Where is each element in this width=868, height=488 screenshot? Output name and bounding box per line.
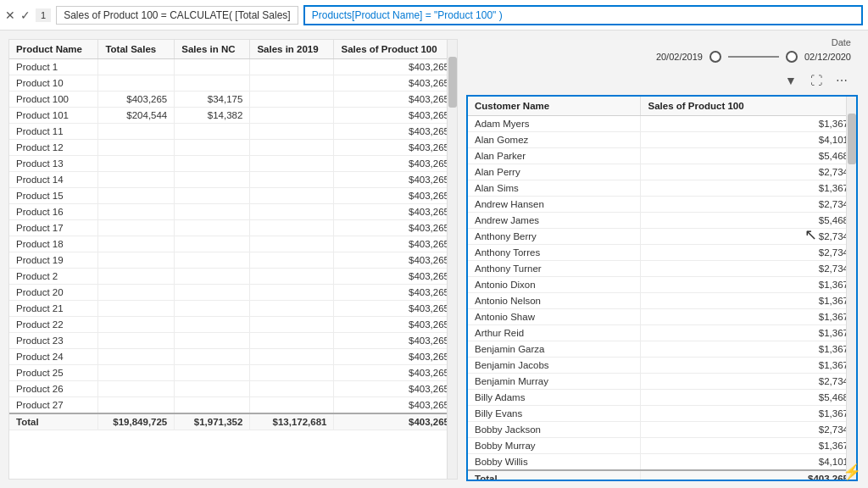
product-cell bbox=[175, 140, 250, 156]
col-sales-2019: Sales in 2019 bbox=[250, 40, 334, 59]
product-cell: $403,265 bbox=[98, 92, 175, 108]
product-cell: $403,265 bbox=[334, 365, 457, 381]
close-icon[interactable]: ✕ bbox=[5, 8, 15, 22]
product-cell: Product 18 bbox=[9, 236, 98, 252]
customer-table-row: Antonio Nelson$1,367 bbox=[468, 293, 856, 309]
customer-cell: Bobby Jackson bbox=[468, 422, 641, 438]
main-content: Product Name Total Sales Sales in NC Sal… bbox=[0, 30, 868, 488]
filter-icon[interactable]: ▼ bbox=[782, 71, 800, 90]
product-cell: $403,265 bbox=[334, 285, 457, 301]
product-cell: Product 25 bbox=[9, 365, 98, 381]
customer-cell: Anthony Turner bbox=[468, 261, 641, 277]
product-cell bbox=[98, 172, 175, 188]
product-cell: Product 24 bbox=[9, 349, 98, 365]
product-cell bbox=[250, 108, 334, 124]
formula-filter[interactable]: Products[Product Name] = "Product 100" ) bbox=[303, 5, 863, 25]
customer-cell: $1,367 bbox=[641, 116, 856, 132]
product-cell: Product 10 bbox=[9, 75, 98, 92]
customer-cell: Antonio Nelson bbox=[468, 293, 641, 309]
product-cell: Product 13 bbox=[9, 156, 98, 172]
customer-table-row: Benjamin Murray$2,734 bbox=[468, 374, 856, 390]
product-cell bbox=[98, 75, 175, 92]
customer-cell: Andrew Hansen bbox=[468, 197, 641, 213]
customer-cell: $1,367 bbox=[641, 358, 856, 374]
customer-cell: $2,734 bbox=[641, 197, 856, 213]
date-start-circle[interactable] bbox=[709, 51, 721, 63]
product-cell bbox=[98, 285, 175, 301]
product-table-row: Product 13$403,265 bbox=[9, 156, 457, 172]
right-scrollbar[interactable] bbox=[846, 97, 856, 480]
product-cell bbox=[250, 204, 334, 220]
left-panel: Product Name Total Sales Sales in NC Sal… bbox=[8, 39, 458, 480]
product-table-row: Product 21$403,265 bbox=[9, 301, 457, 317]
product-cell bbox=[250, 59, 334, 75]
left-scroll-thumb[interactable] bbox=[448, 57, 457, 108]
customer-cell: Adam Myers bbox=[468, 116, 641, 132]
product-table-row: Product 16$403,265 bbox=[9, 204, 457, 220]
product-table-row: Product 25$403,265 bbox=[9, 365, 457, 381]
customer-table-footer-row: Total$403,265 bbox=[468, 470, 856, 481]
customer-cell: $4,101 bbox=[641, 454, 856, 471]
customer-table-row: Bobby Willis$4,101 bbox=[468, 454, 856, 471]
product-cell: $403,265 bbox=[334, 204, 457, 220]
product-cell bbox=[175, 269, 250, 285]
formula-expression[interactable]: Sales of Product 100 = CALCULATE( [Total… bbox=[56, 6, 298, 25]
customer-cell: Alan Perry bbox=[468, 164, 641, 180]
product-cell bbox=[98, 317, 175, 333]
product-table-row: Product 12$403,265 bbox=[9, 140, 457, 156]
product-cell bbox=[250, 317, 334, 333]
customer-table-row: Alan Gomez$4,101 bbox=[468, 132, 856, 148]
date-end: 02/12/2020 bbox=[804, 52, 851, 62]
product-cell: $14,382 bbox=[175, 108, 250, 124]
expand-icon[interactable]: ⛶ bbox=[807, 71, 826, 90]
left-scrollbar[interactable] bbox=[447, 40, 457, 479]
date-label: Date bbox=[832, 37, 851, 47]
product-cell: $403,265 bbox=[334, 124, 457, 140]
product-cell bbox=[250, 156, 334, 172]
product-footer-cell: $1,971,352 bbox=[175, 413, 250, 430]
customer-table-row: Billy Evans$1,367 bbox=[468, 406, 856, 422]
product-cell bbox=[250, 124, 334, 140]
product-cell: $403,265 bbox=[334, 172, 457, 188]
product-cell: Product 11 bbox=[9, 124, 98, 140]
product-cell: $403,265 bbox=[334, 381, 457, 397]
product-cell: $34,175 bbox=[175, 92, 250, 108]
product-cell: Product 15 bbox=[9, 188, 98, 204]
product-table-row: Product 15$403,265 bbox=[9, 188, 457, 204]
more-icon[interactable]: ⋯ bbox=[832, 71, 851, 90]
product-cell bbox=[175, 156, 250, 172]
product-cell: $403,265 bbox=[334, 269, 457, 285]
date-range-row: 20/02/2019 02/12/2020 bbox=[656, 51, 851, 63]
product-table-row: Product 26$403,265 bbox=[9, 381, 457, 397]
product-cell: $403,265 bbox=[334, 252, 457, 269]
product-cell bbox=[175, 333, 250, 349]
customer-cell: Anthony Torres bbox=[468, 245, 641, 261]
customer-table-row: Andrew James$5,468 bbox=[468, 213, 856, 229]
product-cell: Product 14 bbox=[9, 172, 98, 188]
customer-cell: Antonio Dixon bbox=[468, 277, 641, 293]
product-cell bbox=[98, 220, 175, 236]
col-total-sales: Total Sales bbox=[98, 40, 175, 59]
customer-table-row: Antonio Dixon$1,367 bbox=[468, 277, 856, 293]
product-cell: $403,265 bbox=[334, 156, 457, 172]
date-end-circle[interactable] bbox=[786, 51, 798, 63]
product-cell: $403,265 bbox=[334, 236, 457, 252]
customer-table-row: Adam Myers$1,367 bbox=[468, 116, 856, 132]
product-table-footer-row: Total$19,849,725$1,971,352$13,172,681$40… bbox=[9, 413, 457, 430]
customer-cell: $1,367 bbox=[641, 406, 856, 422]
product-cell bbox=[250, 381, 334, 397]
product-cell bbox=[175, 365, 250, 381]
product-table-row: Product 23$403,265 bbox=[9, 333, 457, 349]
product-footer-cell: $19,849,725 bbox=[98, 413, 175, 430]
confirm-icon[interactable]: ✓ bbox=[20, 8, 31, 22]
customer-table-row: Billy Adams$5,468 bbox=[468, 390, 856, 406]
customer-table-row: Andrew Hansen$2,734 bbox=[468, 197, 856, 213]
product-cell bbox=[250, 301, 334, 317]
right-scroll-thumb[interactable] bbox=[848, 114, 856, 164]
customer-cell: $5,468 bbox=[641, 390, 856, 406]
product-cell bbox=[98, 397, 175, 414]
customer-table-row: Bobby Murray$1,367 bbox=[468, 438, 856, 454]
product-cell: Product 1 bbox=[9, 59, 98, 75]
product-cell bbox=[98, 188, 175, 204]
product-cell bbox=[175, 188, 250, 204]
